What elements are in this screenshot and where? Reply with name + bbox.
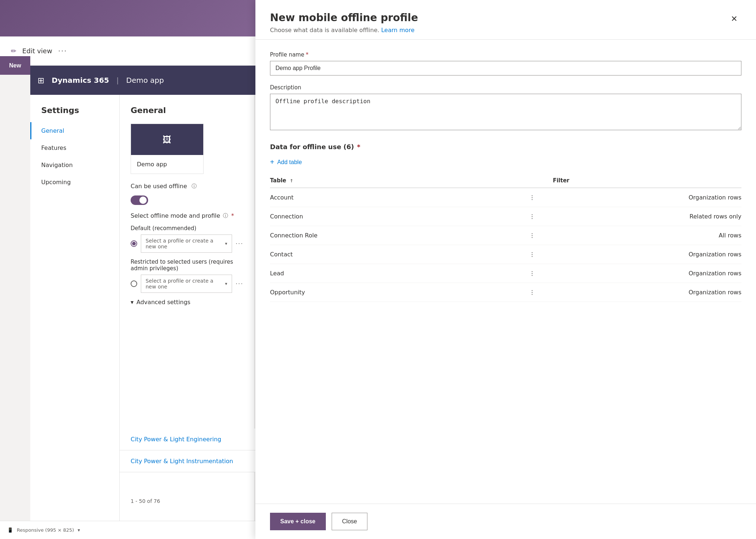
restricted-radio[interactable] <box>131 280 137 287</box>
restricted-radio-row: Select a profile or create a new one ▾ ·… <box>131 275 243 293</box>
mode-required: * <box>231 212 234 219</box>
mode-label-text: Select offline mode and profile <box>131 212 220 219</box>
close-dialog-button[interactable]: Close <box>332 513 368 530</box>
modal-panel: New mobile offline profile Choose what d… <box>255 0 756 539</box>
mode-option-default: Default (recommended) Select a profile o… <box>131 225 243 253</box>
row-actions-5[interactable]: ⋮ <box>529 283 553 302</box>
sort-icon[interactable]: ↑ <box>290 178 293 183</box>
responsive-bar: 📱 Responsive (995 × 825) ▾ <box>0 521 255 539</box>
restricted-profile-select[interactable]: Select a profile or create a new one ▾ <box>141 275 232 293</box>
add-table-button[interactable]: + Add table <box>270 158 302 166</box>
table-header-filter: Filter <box>553 174 741 188</box>
profile-name-label-text: Profile name <box>270 51 304 58</box>
data-section-label: Data for offline use (6) <box>270 143 354 151</box>
row-filter-1: Related rows only <box>553 207 741 226</box>
table-row: Connection Role ⋮ All rows <box>270 226 741 245</box>
row-name-3: Contact <box>270 245 529 264</box>
separator: | <box>116 76 119 85</box>
chevron-down-icon-2: ▾ <box>225 281 227 286</box>
description-label-text: Description <box>270 84 301 91</box>
advanced-settings[interactable]: ▾ Advanced settings <box>131 299 243 306</box>
description-input[interactable]: Offline profile description <box>270 94 741 130</box>
table-row: Lead ⋮ Organization rows <box>270 264 741 283</box>
app-card: 🖼 Demo app <box>131 124 204 174</box>
modal-title: New mobile offline profile <box>270 12 418 24</box>
modal-header: New mobile offline profile Choose what d… <box>255 0 756 40</box>
description-label: Description <box>270 84 741 91</box>
offline-table: Table ↑ Filter Account ⋮ Organization ro… <box>270 174 741 302</box>
add-table-label: Add table <box>277 159 302 166</box>
row-filter-0: Organization rows <box>553 188 741 207</box>
app-card-body: Demo app <box>131 155 203 174</box>
profile-name-input[interactable] <box>270 61 741 75</box>
row-filter-5: Organization rows <box>553 283 741 302</box>
app-card-name: Demo app <box>137 161 197 168</box>
offline-toggle[interactable] <box>131 195 148 205</box>
restricted-ellipsis-button[interactable]: ··· <box>236 280 243 287</box>
row-name-instrumentation[interactable]: City Power & Light Instrumentation <box>131 458 233 465</box>
plus-icon: + <box>270 158 274 166</box>
data-section-title: Data for offline use (6) * <box>270 143 741 151</box>
row-name-0: Account <box>270 188 529 207</box>
app-card-icon: 🖼 <box>163 135 171 145</box>
th-name-text: Table <box>270 177 286 184</box>
radio-inner <box>132 242 136 245</box>
data-section-required: * <box>357 143 360 151</box>
sidebar-item-navigation[interactable]: Navigation <box>30 156 119 174</box>
sidebar-item-features[interactable]: Features <box>30 139 119 156</box>
modal-header-content: New mobile offline profile Choose what d… <box>270 12 418 34</box>
responsive-label: Responsive (995 × 825) <box>17 527 74 533</box>
new-button[interactable]: New <box>0 56 30 75</box>
chevron-down-icon-3: ▾ <box>131 299 134 306</box>
offline-toggle-row: Can be used offline ⓘ <box>131 183 243 190</box>
row-name-4: Lead <box>270 264 529 283</box>
row-actions-1[interactable]: ⋮ <box>529 207 553 226</box>
save-close-button[interactable]: Save + close <box>270 513 326 530</box>
offline-label: Can be used offline <box>131 183 187 190</box>
default-radio[interactable] <box>131 240 137 247</box>
default-profile-select[interactable]: Select a profile or create a new one ▾ <box>141 234 232 253</box>
row-name-1: Connection <box>270 207 529 226</box>
table-header-name: Table ↑ <box>270 174 529 188</box>
row-actions-0[interactable]: ⋮ <box>529 188 553 207</box>
profile-name-required: * <box>306 51 309 58</box>
mode-info-icon[interactable]: ⓘ <box>223 213 228 219</box>
pagination: 1 - 50 of 76 <box>120 492 171 510</box>
restricted-profile-text: Select a profile or create a new one <box>146 278 222 290</box>
row-filter-3: Organization rows <box>553 245 741 264</box>
default-ellipsis-button[interactable]: ··· <box>236 240 243 247</box>
table-row: Account ⋮ Organization rows <box>270 188 741 207</box>
modal-footer: Save + close Close <box>255 504 756 539</box>
edit-icon: ✏ <box>11 47 16 55</box>
modal-body: Profile name * Description Offline profi… <box>255 40 756 504</box>
offline-info-icon[interactable]: ⓘ <box>192 183 197 190</box>
responsive-icon: 📱 <box>7 527 13 533</box>
close-button[interactable]: ✕ <box>727 12 741 26</box>
sidebar-item-general[interactable]: General <box>30 122 119 139</box>
row-actions-2[interactable]: ⋮ <box>529 226 553 245</box>
mode-option-restricted: Restricted to selected users (requires a… <box>131 259 243 293</box>
sidebar-item-upcoming[interactable]: Upcoming <box>30 174 119 191</box>
row-actions-4[interactable]: ⋮ <box>529 264 553 283</box>
default-option-label: Default (recommended) <box>131 225 243 232</box>
row-actions-3[interactable]: ⋮ <box>529 245 553 264</box>
default-profile-text: Select a profile or create a new one <box>146 238 222 249</box>
dynamics-title: Dynamics 365 <box>51 76 109 85</box>
row-filter-2: All rows <box>553 226 741 245</box>
mode-label: Select offline mode and profile ⓘ * <box>131 212 243 219</box>
responsive-chevron[interactable]: ▾ <box>78 527 80 533</box>
grid-icon[interactable]: ⊞ <box>38 76 44 85</box>
table-row: Contact ⋮ Organization rows <box>270 245 741 264</box>
row-name-2: Connection Role <box>270 226 529 245</box>
general-panel: General 🖼 Demo app Can be used offline ⓘ… <box>120 95 255 539</box>
restricted-option-label: Restricted to selected users (requires a… <box>131 259 243 272</box>
modal-subtitle-text: Choose what data is available offline. <box>270 27 379 34</box>
learn-more-link[interactable]: Learn more <box>381 27 414 34</box>
row-name-5: Opportunity <box>270 283 529 302</box>
general-panel-title: General <box>131 106 243 115</box>
toggle-knob <box>139 197 147 204</box>
row-name-engineering[interactable]: City Power & Light Engineering <box>131 436 221 443</box>
more-options-icon[interactable]: ··· <box>58 47 67 55</box>
table-header-actions <box>529 174 553 188</box>
app-card-header: 🖼 <box>131 124 203 155</box>
